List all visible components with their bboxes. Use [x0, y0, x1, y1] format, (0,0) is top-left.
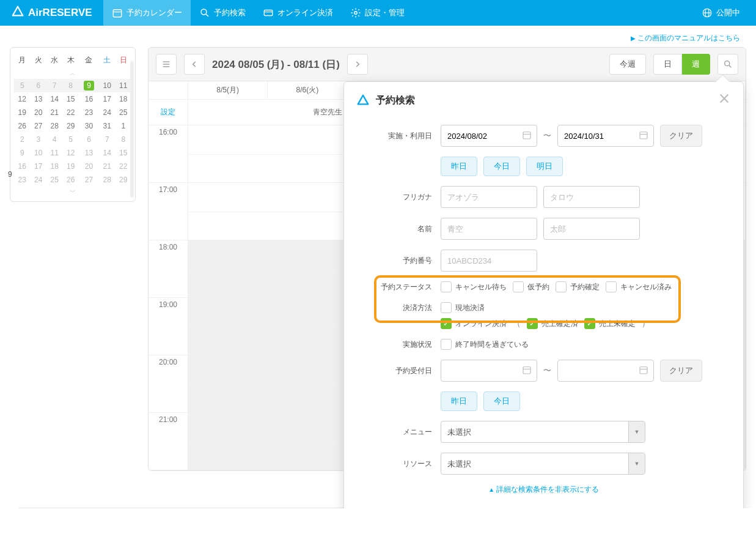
chk-sales-fixed[interactable]: ✓売上確定済 [527, 318, 578, 329]
chk-onsite[interactable]: 現地決済 [441, 302, 485, 313]
minical-day[interactable]: 23 [79, 106, 99, 119]
nav-settings[interactable]: 設定・管理 [342, 0, 413, 26]
minical-day[interactable]: 22 [62, 106, 78, 119]
name-mei[interactable] [543, 218, 640, 240]
chk-online[interactable]: ✓オンライン決済 [441, 318, 507, 329]
minical-day[interactable]: 10 [30, 146, 46, 160]
resource-select[interactable]: 未選択 [441, 453, 645, 475]
minical-day[interactable]: 4 [46, 133, 62, 146]
close-button[interactable] [717, 92, 731, 109]
minical-day[interactable]: 27 [79, 173, 99, 187]
accept-yesterday-button[interactable]: 昨日 [441, 391, 477, 411]
chk-past-end[interactable]: 終了時間を過ぎている [441, 339, 529, 350]
chk-confirmed[interactable]: 予約確定 [556, 281, 600, 292]
minical-day[interactable]: 17 [99, 92, 115, 106]
minical-day[interactable]: 3 [30, 133, 46, 146]
hamburger-button[interactable] [156, 54, 177, 75]
clear-accept-date[interactable]: クリア [660, 360, 702, 382]
minical-day[interactable]: 7 [99, 133, 115, 146]
minical-day[interactable]: 11 [46, 146, 62, 160]
chk-tentative[interactable]: 仮予約 [513, 281, 549, 292]
minical-day[interactable]: 11 [116, 79, 132, 92]
minical-day[interactable]: 19 [62, 160, 78, 173]
minical-day[interactable]: 12 [14, 92, 30, 106]
minical-day[interactable]: 5 [62, 133, 78, 146]
minical-day[interactable]: 1 [116, 119, 132, 133]
minical-day[interactable]: 15 [62, 92, 78, 106]
minical-day[interactable]: 7 [46, 79, 62, 92]
minical-day[interactable]: 28 [99, 173, 115, 187]
minical-day[interactable]: 22 [116, 160, 132, 173]
minical-day[interactable]: 26 [62, 173, 78, 187]
reservation-number[interactable] [441, 250, 537, 272]
minical-day[interactable]: 9 [79, 79, 99, 92]
minical-day[interactable]: 29 [62, 119, 78, 133]
minical-day[interactable]: 8 [116, 133, 132, 146]
minical-day[interactable]: 18 [116, 92, 132, 106]
nav-calendar[interactable]: 予約カレンダー [103, 0, 191, 26]
publish-status[interactable]: 公開中 [686, 7, 756, 18]
minical-day[interactable]: 10 [99, 79, 115, 92]
minical-day[interactable]: 15 [116, 146, 132, 160]
minical-day[interactable]: 18 [46, 160, 62, 173]
minical-day[interactable]: 5 [14, 79, 30, 92]
svg-line-3 [206, 14, 208, 17]
minical-day[interactable]: 6 [79, 133, 99, 146]
nav-payment[interactable]: オンライン決済 [254, 0, 342, 26]
accept-today-button[interactable]: 今日 [483, 391, 520, 411]
minical-day[interactable]: 16 [14, 160, 30, 173]
prev-button[interactable] [184, 54, 205, 75]
minical-day[interactable]: 27 [30, 119, 46, 133]
minical-down[interactable]: ﹀ [14, 187, 131, 198]
minical-day[interactable]: 8 [62, 79, 78, 92]
chk-cancelled[interactable]: キャンセル済み [606, 281, 672, 292]
chevron-right-icon [353, 60, 362, 69]
tomorrow-button[interactable]: 明日 [526, 157, 563, 176]
minical-day[interactable]: 20 [30, 106, 46, 119]
minical-day[interactable]: 2 [14, 133, 30, 146]
yesterday-button[interactable]: 昨日 [441, 157, 477, 176]
menu-select[interactable]: 未選択 [441, 421, 645, 443]
minical-day[interactable]: 31 [99, 119, 115, 133]
settings-link[interactable]: 設定 [149, 100, 188, 125]
minical-day[interactable]: 24 [99, 106, 115, 119]
minical-day[interactable]: 17 [30, 160, 46, 173]
minical-day[interactable]: 9 [14, 146, 30, 160]
minical-day[interactable]: 29 [116, 173, 132, 187]
day-view-button[interactable]: 日 [653, 54, 682, 75]
minical-day[interactable]: 21 [46, 106, 62, 119]
minical-day[interactable]: 13 [79, 146, 99, 160]
minical-day[interactable]: 25 [116, 106, 132, 119]
this-week-button[interactable]: 今週 [609, 54, 646, 75]
week-view-button[interactable]: 週 [682, 54, 710, 75]
manual-link[interactable]: この画面のマニュアルはこちら [0, 26, 756, 47]
chk-waiting[interactable]: キャンセル待ち [441, 281, 507, 292]
minical-day[interactable]: 28 [46, 119, 62, 133]
minical-day[interactable]: 12 [62, 146, 78, 160]
minical-day[interactable]: 16 [79, 92, 99, 106]
minical-day[interactable]: 30 [79, 119, 99, 133]
minical-day[interactable]: 23 [14, 173, 30, 187]
furigana-sei[interactable] [441, 186, 537, 208]
minical-up[interactable]: ︿ [14, 68, 131, 79]
chk-sales-pending[interactable]: ✓売上未確定 [584, 318, 636, 329]
close-icon [717, 92, 731, 105]
minical-day[interactable]: 20 [79, 160, 99, 173]
minical-day[interactable]: 6 [30, 79, 46, 92]
minical-day[interactable]: 21 [99, 160, 115, 173]
minical-day[interactable]: 24 [30, 173, 46, 187]
minical-day[interactable]: 19 [14, 106, 30, 119]
clear-use-date[interactable]: クリア [660, 125, 702, 147]
minical-day[interactable]: 14 [99, 146, 115, 160]
minical-day[interactable]: 25 [46, 173, 62, 187]
nav-search[interactable]: 予約検索 [191, 0, 254, 26]
today-button[interactable]: 今日 [483, 157, 520, 176]
minical-day[interactable]: 26 [14, 119, 30, 133]
toolbar-search-button[interactable] [717, 54, 738, 75]
furigana-mei[interactable] [543, 186, 640, 208]
toggle-advanced[interactable]: 詳細な検索条件を非表示にする [359, 480, 728, 500]
next-button[interactable] [347, 54, 368, 75]
name-sei[interactable] [441, 218, 537, 240]
minical-day[interactable]: 13 [30, 92, 46, 106]
minical-day[interactable]: 14 [46, 92, 62, 106]
